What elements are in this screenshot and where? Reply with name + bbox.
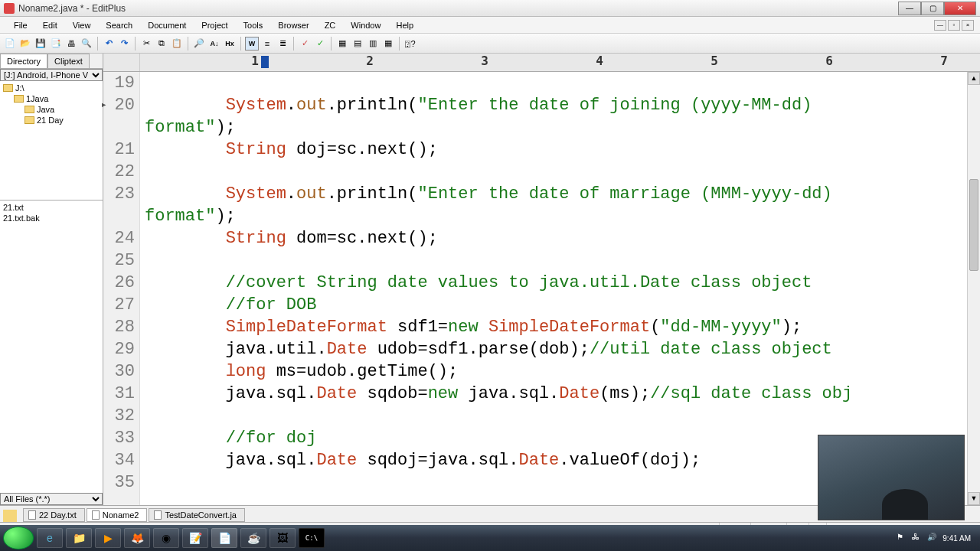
goto-icon[interactable]: Hx — [223, 37, 237, 51]
copy-icon[interactable]: ⧉ — [155, 37, 168, 51]
folder-icon — [3, 84, 13, 92]
tree-item[interactable]: Java — [2, 104, 101, 115]
ruler-cursor-icon — [261, 56, 269, 68]
scroll-down-icon[interactable]: ▼ — [968, 492, 980, 505]
taskbar: e 📁 ▶ 🦊 ◉ 📝 📄 ☕ 🖼 C:\ ⚑ 🖧 🔊 9:41 AM — [0, 525, 980, 551]
taskbar-ie-icon[interactable]: e — [37, 528, 63, 548]
minimize-button[interactable]: — — [898, 2, 921, 15]
taskbar-firefox-icon[interactable]: 🦊 — [124, 528, 150, 548]
taskbar-editplus-icon[interactable]: 📄 — [211, 528, 237, 548]
panel2-icon[interactable]: ▥ — [366, 37, 380, 51]
toolbar: 📄 📂 💾 📑 🖶 🔍 ↶ ↷ ✂ ⧉ 📋 🔎 A↓ Hx W ≡ ≣ ✓ ✓ … — [0, 34, 980, 54]
ruler-icon[interactable]: ≣ — [276, 37, 289, 51]
panel1-icon[interactable]: ▤ — [351, 37, 364, 51]
window-controls: — ▢ ✕ — [898, 2, 976, 15]
file-item[interactable]: 21.txt — [2, 202, 101, 213]
menu-edit[interactable]: Edit — [35, 19, 65, 31]
menu-document[interactable]: Document — [140, 19, 194, 31]
save-icon[interactable]: 💾 — [34, 37, 47, 51]
doc-icon — [28, 510, 36, 520]
tree-item-root[interactable]: J:\ — [2, 83, 101, 93]
redo-icon[interactable]: ↷ — [117, 37, 131, 51]
check-icon[interactable]: ✓ — [313, 37, 327, 51]
doc-icon — [92, 510, 100, 520]
sidebar: Directory Cliptext [J:] Android, I-Phone… — [0, 54, 103, 505]
tab-cliptext[interactable]: Cliptext — [47, 54, 90, 68]
menu-search[interactable]: Search — [98, 19, 140, 31]
tab-directory[interactable]: Directory — [0, 54, 47, 68]
tray-network-icon[interactable]: 🖧 — [912, 533, 923, 543]
preview-icon[interactable]: 🔍 — [80, 37, 93, 51]
spell-icon[interactable]: ✓ — [298, 37, 312, 51]
cut-icon[interactable]: ✂ — [139, 37, 153, 51]
file-list: 21.txt 21.txt.bak — [0, 200, 103, 493]
close-button[interactable]: ✕ — [944, 2, 976, 15]
menu-window[interactable]: Window — [343, 19, 388, 31]
system-tray: ⚑ 🖧 🔊 9:41 AM — [897, 533, 977, 543]
tray-clock[interactable]: 9:41 AM — [942, 534, 971, 543]
menubar: File Edit View Search Document Project T… — [0, 17, 980, 34]
maximize-button[interactable]: ▢ — [921, 2, 944, 15]
linenumbers-icon[interactable]: ≡ — [260, 37, 274, 51]
file-item[interactable]: 21.txt.bak — [2, 213, 101, 223]
app-icon — [4, 3, 15, 14]
taskbar-explorer-icon[interactable]: 📁 — [66, 528, 92, 548]
save-all-icon[interactable]: 📑 — [49, 37, 63, 51]
scroll-thumb[interactable] — [969, 179, 978, 271]
webcam-overlay — [818, 435, 965, 520]
taskbar-app-icon[interactable]: 📝 — [182, 528, 208, 548]
paste-icon[interactable]: 📋 — [170, 37, 184, 51]
menu-view[interactable]: View — [65, 19, 99, 31]
mdi-close-button[interactable]: × — [962, 20, 974, 31]
tree-item[interactable]: 21 Day — [2, 115, 101, 126]
menu-file[interactable]: File — [6, 19, 35, 31]
folder-icon[interactable] — [3, 510, 17, 522]
folder-icon — [24, 116, 34, 124]
document-tab[interactable]: 22 Day.txt — [23, 508, 85, 522]
file-filter-select[interactable]: All Files (*.*) — [0, 493, 103, 505]
taskbar-java-icon[interactable]: ☕ — [240, 528, 266, 548]
menu-project[interactable]: Project — [194, 19, 235, 31]
menu-help[interactable]: Help — [388, 19, 421, 31]
menu-tools[interactable]: Tools — [236, 19, 271, 31]
new-file-icon[interactable]: 📄 — [3, 37, 17, 51]
window-title: Noname2.java * - EditPlus — [18, 3, 898, 14]
taskbar-chrome-icon[interactable]: ◉ — [153, 528, 179, 548]
directory-tree: J:\ 1Java Java 21 Day — [0, 81, 103, 200]
start-button[interactable] — [3, 527, 34, 549]
help-icon[interactable]: ⍰? — [403, 37, 417, 51]
tray-flag-icon[interactable]: ⚑ — [897, 533, 907, 543]
browser-icon[interactable]: ▦ — [335, 37, 349, 51]
taskbar-app2-icon[interactable]: 🖼 — [270, 528, 296, 548]
tree-item[interactable]: 1Java — [2, 93, 101, 104]
open-icon[interactable]: 📂 — [18, 37, 32, 51]
scroll-up-icon[interactable]: ▲ — [968, 72, 980, 85]
titlebar: Noname2.java * - EditPlus — ▢ ✕ — [0, 0, 980, 17]
panel3-icon[interactable]: ▦ — [381, 37, 395, 51]
tray-volume-icon[interactable]: 🔊 — [927, 533, 938, 543]
find-icon[interactable]: 🔎 — [192, 37, 206, 51]
taskbar-cmd-icon[interactable]: C:\ — [299, 528, 325, 548]
ruler: 1 2 3 4 5 6 7 — [103, 54, 980, 72]
wordwrap-icon[interactable]: W — [245, 37, 259, 51]
print-icon[interactable]: 🖶 — [64, 37, 78, 51]
document-tab[interactable]: TestDateConvert.ja — [149, 508, 245, 522]
undo-icon[interactable]: ↶ — [102, 37, 116, 51]
doc-icon — [154, 510, 162, 520]
menu-browser[interactable]: Browser — [270, 19, 316, 31]
folder-icon — [24, 106, 34, 113]
mdi-minimize-button[interactable]: — — [934, 20, 946, 31]
vertical-scrollbar[interactable]: ▲ ▼ — [967, 72, 980, 505]
folder-icon — [14, 95, 24, 103]
document-tab-active[interactable]: Noname2 — [87, 508, 148, 522]
taskbar-media-icon[interactable]: ▶ — [95, 528, 121, 548]
menu-zc[interactable]: ZC — [317, 19, 344, 31]
drive-select[interactable]: [J:] Android, I-Phone V — [0, 69, 103, 81]
line-number-gutter: 1920212223242526272829303132333435 — [103, 72, 140, 505]
mdi-restore-button[interactable]: ▫ — [948, 20, 960, 31]
replace-icon[interactable]: A↓ — [207, 37, 221, 51]
